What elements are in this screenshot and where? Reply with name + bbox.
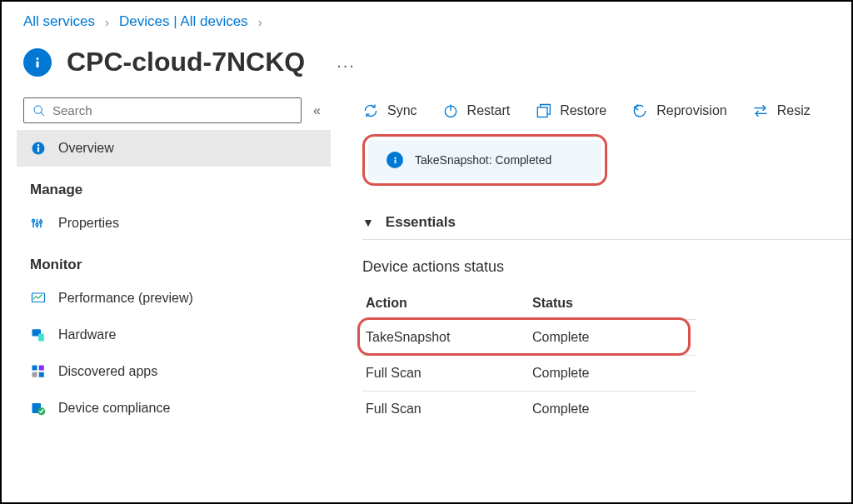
sidebar-item-device-compliance[interactable]: Device compliance	[17, 390, 331, 427]
sidebar-item-label: Overview	[58, 141, 114, 156]
svg-point-0	[37, 57, 39, 60]
restore-button[interactable]: Restore	[535, 102, 606, 119]
search-icon	[32, 104, 46, 117]
sidebar-item-label: Properties	[58, 216, 119, 231]
discovered-apps-icon	[30, 363, 47, 380]
title-row: CPC-cloud-7NCKQ ...	[2, 42, 851, 97]
svg-rect-19	[39, 372, 44, 377]
svg-point-5	[37, 144, 39, 146]
svg-rect-16	[32, 366, 37, 371]
column-header-status: Status	[529, 287, 696, 320]
search-box[interactable]	[23, 97, 302, 123]
resize-button[interactable]: Resiz	[752, 102, 811, 119]
sidebar-item-label: Discovered apps	[58, 364, 157, 379]
sidebar-item-overview[interactable]: Overview	[17, 130, 331, 167]
info-icon	[387, 152, 403, 168]
svg-rect-1	[37, 61, 39, 67]
restore-icon	[535, 102, 551, 119]
cell-action: Full Scan	[362, 392, 529, 427]
cell-action: TakeSnapshot	[362, 320, 529, 356]
column-header-action: Action	[362, 287, 529, 320]
toolbar-label: Reprovision	[656, 103, 726, 118]
sidebar-item-properties[interactable]: Properties	[17, 205, 331, 242]
sync-button[interactable]: Sync	[362, 102, 417, 119]
essentials-toggle[interactable]: ▼ Essentials	[362, 206, 851, 240]
info-icon	[23, 48, 52, 77]
more-button[interactable]: ...	[320, 52, 356, 72]
undo-icon	[631, 102, 648, 119]
sidebar-item-label: Performance (preview)	[58, 291, 193, 306]
properties-icon	[30, 215, 47, 232]
svg-rect-24	[537, 107, 547, 117]
sidebar-item-hardware[interactable]: Hardware	[17, 317, 331, 353]
performance-icon	[30, 290, 47, 307]
cell-status: Complete	[529, 320, 696, 356]
chevron-right-icon: ›	[105, 15, 109, 29]
essentials-label: Essentials	[386, 214, 456, 231]
search-input[interactable]	[52, 103, 292, 117]
table-row: Full Scan Complete	[362, 392, 696, 427]
highlight-annotation: TakeSnapshot: Completed	[362, 134, 607, 186]
chevron-down-icon: ▼	[362, 216, 374, 229]
sidebar-item-label: Hardware	[58, 327, 116, 342]
search-row: «	[17, 97, 331, 130]
breadcrumb-all-services[interactable]: All services	[23, 13, 95, 30]
svg-point-2	[34, 106, 42, 113]
breadcrumb: All services › Devices | All devices ›	[2, 2, 851, 42]
restart-button[interactable]: Restart	[442, 102, 511, 119]
chevron-right-icon: ›	[258, 15, 262, 29]
toolbar-label: Resiz	[777, 103, 811, 118]
page-title: CPC-cloud-7NCKQ	[67, 47, 305, 77]
reprovision-button[interactable]: Reprovision	[631, 102, 726, 119]
svg-rect-17	[39, 366, 44, 371]
toolbar: Sync Restart Restore Reprovision	[362, 97, 851, 134]
sidebar: « Overview Manage Properties Monitor Per…	[2, 97, 331, 490]
sidebar-section-manage: Manage	[17, 167, 331, 205]
svg-rect-15	[38, 334, 44, 342]
device-actions-heading: Device actions status	[362, 240, 851, 287]
sync-icon	[362, 102, 379, 119]
cell-status: Complete	[529, 356, 696, 392]
svg-point-12	[40, 221, 42, 223]
cell-action: Full Scan	[362, 356, 529, 392]
table-row: Full Scan Complete	[362, 356, 696, 392]
svg-point-11	[36, 223, 38, 226]
svg-rect-18	[32, 372, 37, 377]
sidebar-item-discovered-apps[interactable]: Discovered apps	[17, 353, 331, 390]
svg-point-27	[394, 157, 396, 158]
swap-icon	[752, 102, 769, 119]
sidebar-section-monitor: Monitor	[17, 242, 331, 280]
collapse-sidebar-button[interactable]: «	[310, 100, 324, 122]
table-row: TakeSnapshot Complete	[362, 320, 696, 356]
info-icon	[30, 140, 47, 157]
device-compliance-icon	[30, 400, 47, 417]
toolbar-label: Sync	[387, 103, 417, 118]
svg-line-3	[41, 112, 44, 116]
device-actions-table: Action Status TakeSnapshot Complete Full…	[362, 287, 696, 427]
hardware-icon	[30, 327, 47, 343]
main-content: Sync Restart Restore Reprovision	[331, 97, 851, 490]
sidebar-item-label: Device compliance	[58, 401, 170, 416]
toolbar-label: Restart	[467, 103, 511, 118]
svg-rect-28	[394, 159, 396, 163]
status-banner: TakeSnapshot: Completed	[368, 140, 601, 180]
cell-status: Complete	[529, 392, 696, 427]
status-banner-text: TakeSnapshot: Completed	[415, 153, 551, 167]
svg-rect-6	[37, 147, 39, 152]
svg-point-10	[32, 220, 35, 222]
power-icon	[442, 102, 459, 119]
toolbar-label: Restore	[560, 103, 606, 118]
sidebar-item-performance[interactable]: Performance (preview)	[17, 280, 331, 317]
breadcrumb-devices[interactable]: Devices | All devices	[119, 13, 248, 30]
